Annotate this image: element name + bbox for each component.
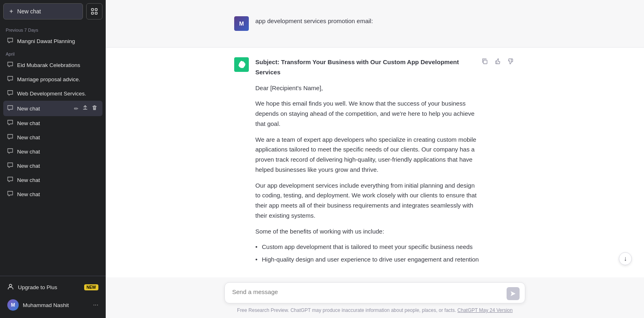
sidebar-item-newchat6[interactable]: New chat (3, 173, 102, 187)
message-action-buttons (480, 57, 516, 67)
share-chat-button[interactable] (81, 104, 89, 112)
edit-chat-button[interactable]: ✏ (73, 105, 80, 112)
chat-icon (7, 120, 13, 127)
sidebar-grid-button[interactable] (86, 3, 102, 19)
ai-message-header: Subject: Transform Your Business with Ou… (255, 57, 516, 270)
chat-icon (7, 105, 13, 112)
sidebar-item-marriage[interactable]: Marriage proposal advice. (3, 72, 102, 87)
sidebar-list: Previous 7 Days Mangni Dawat Planning Ap… (0, 23, 106, 276)
sidebar-item-label: New chat (17, 163, 98, 169)
chat-icon (7, 134, 13, 141)
email-subject: Subject: Transform Your Business with Ou… (255, 57, 480, 78)
avatar-initials: M (7, 299, 19, 311)
sidebar-item-label: New chat (17, 191, 98, 197)
ai-message-content: Subject: Transform Your Business with Ou… (255, 57, 516, 270)
sidebar-item-label: Mangni Dawat Planning (17, 38, 98, 44)
chat-icon (7, 62, 13, 69)
svg-point-4 (9, 284, 12, 287)
ai-paragraph-2: We are a team of expert app developers w… (255, 135, 480, 175)
thumbs-up-button[interactable] (493, 57, 503, 67)
ai-paragraph-1: We hope this email finds you well. We kn… (255, 99, 480, 129)
delete-chat-button[interactable] (91, 104, 98, 112)
avatar-placeholder: M (234, 16, 249, 31)
sidebar: + New chat Previous 7 Days Mangni Dawat … (0, 0, 106, 318)
ai-message-text: Subject: Transform Your Business with Ou… (255, 57, 480, 270)
chat-icon (7, 162, 13, 169)
ai-bullet-1: Custom app development that is tailored … (255, 242, 480, 252)
section-label-previous: Previous 7 Days (3, 24, 102, 34)
sidebar-item-mangni[interactable]: Mangni Dawat Planning (3, 34, 102, 48)
chat-icon (7, 90, 13, 97)
new-chat-button[interactable]: + New chat (3, 3, 83, 19)
section-label-april: April (3, 48, 102, 58)
sidebar-item-label: New chat (17, 149, 98, 155)
ai-message-block: Subject: Transform Your Business with Ou… (106, 48, 644, 277)
person-icon (7, 283, 14, 291)
sidebar-item-eid[interactable]: Eid Mubarak Celebrations (3, 58, 102, 72)
sidebar-item-label: Eid Mubarak Celebrations (17, 62, 98, 68)
svg-rect-1 (95, 9, 97, 11)
footer-text: Free Research Preview. ChatGPT may produ… (224, 307, 525, 316)
user-message-block: M app development services promotion ema… (106, 0, 644, 48)
sidebar-item-newchat7[interactable]: New chat (3, 187, 102, 201)
upgrade-label: Upgrade to Plus (18, 284, 57, 290)
sidebar-item-label: New chat (17, 177, 98, 183)
copy-button[interactable] (480, 57, 490, 67)
grid-icon (91, 8, 98, 15)
chat-icon (7, 191, 13, 198)
chat-icon (7, 38, 13, 45)
sidebar-item-label: Marriage proposal advice. (17, 76, 98, 82)
send-icon (510, 290, 516, 297)
plus-icon: + (9, 8, 13, 15)
chat-icon (7, 148, 13, 155)
new-chat-label: New chat (17, 8, 41, 15)
item-actions: ✏ (73, 104, 98, 112)
sidebar-item-newchat-active[interactable]: New chat ✏ (3, 101, 102, 116)
ai-paragraph-3: Our app development services include eve… (255, 181, 480, 221)
svg-rect-3 (95, 12, 97, 14)
svg-rect-5 (483, 60, 487, 64)
svg-rect-2 (91, 12, 94, 14)
footer-link[interactable]: ChatGPT May 24 Version (457, 307, 513, 313)
sidebar-item-webdev[interactable]: Web Development Services. (3, 87, 102, 101)
user-message-content: app development services promotion email… (255, 16, 516, 26)
email-greeting: Dear [Recipient's Name], (255, 83, 480, 93)
send-button[interactable] (507, 287, 520, 300)
input-container (224, 282, 525, 305)
user-name: Muhammad Nashit (23, 302, 89, 308)
sidebar-item-newchat4[interactable]: New chat (3, 145, 102, 159)
gpt-avatar (234, 57, 249, 72)
input-area: Free Research Preview. ChatGPT may produ… (106, 277, 644, 318)
sidebar-bottom: Upgrade to Plus NEW M Muhammad Nashit ··… (0, 276, 106, 318)
sidebar-item-newchat2[interactable]: New chat (3, 116, 102, 130)
sidebar-item-newchat3[interactable]: New chat (3, 130, 102, 145)
ai-bullet-list: Custom app development that is tailored … (255, 242, 480, 265)
scroll-down-button[interactable]: ↓ (619, 252, 632, 265)
sidebar-item-newchat5[interactable]: New chat (3, 159, 102, 173)
user-avatar: M (234, 16, 249, 31)
new-badge: NEW (84, 284, 98, 290)
avatar: M (7, 299, 19, 311)
footer-static-text: Free Research Preview. ChatGPT may produ… (237, 307, 456, 313)
main-content: M app development services promotion ema… (106, 0, 644, 318)
sidebar-item-label: New chat (17, 134, 98, 141)
sidebar-item-label: Web Development Services. (17, 91, 98, 97)
thumbs-down-button[interactable] (506, 57, 516, 67)
sidebar-item-label: New chat (17, 120, 98, 126)
upgrade-button[interactable]: Upgrade to Plus NEW (3, 279, 102, 295)
chat-icon (7, 177, 13, 184)
ai-bullet-2: High-quality design and user experience … (255, 255, 480, 265)
user-options-icon: ··· (93, 301, 98, 309)
sidebar-top: + New chat (0, 0, 106, 23)
message-input[interactable] (224, 282, 525, 303)
chat-area: M app development services promotion ema… (106, 0, 644, 277)
gpt-logo-icon (237, 61, 246, 69)
user-row[interactable]: M Muhammad Nashit ··· (3, 295, 102, 315)
ai-paragraph-4: Some of the benefits of working with us … (255, 227, 480, 237)
sidebar-item-label: New chat (17, 106, 69, 112)
user-message-text: app development services promotion email… (255, 17, 373, 24)
chat-icon (7, 76, 13, 83)
svg-rect-0 (91, 9, 94, 11)
